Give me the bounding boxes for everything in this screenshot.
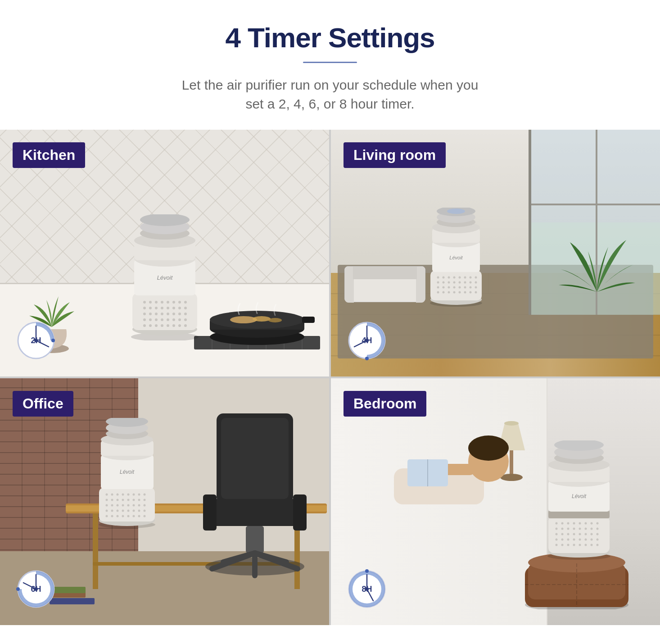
svg-point-181 — [116, 510, 118, 512]
svg-point-175 — [127, 504, 129, 507]
svg-point-172 — [111, 504, 113, 507]
svg-point-25 — [172, 313, 175, 315]
bedroom-label: Bedroom — [344, 391, 426, 417]
svg-point-113 — [453, 291, 455, 294]
room-cell-living: Lévoit Living room — [331, 130, 660, 376]
svg-point-250 — [567, 533, 570, 535]
svg-point-174 — [122, 504, 124, 507]
svg-point-163 — [105, 499, 108, 501]
svg-point-191 — [127, 515, 129, 517]
svg-point-160 — [132, 494, 135, 496]
svg-point-252 — [579, 533, 581, 535]
svg-point-14 — [155, 307, 158, 309]
svg-point-166 — [122, 499, 124, 501]
svg-point-100 — [469, 281, 471, 284]
svg-point-107 — [464, 286, 466, 289]
svg-point-42 — [178, 324, 181, 327]
svg-point-114 — [458, 291, 461, 294]
svg-point-242 — [567, 528, 570, 530]
svg-point-179 — [105, 510, 108, 512]
svg-point-5 — [149, 301, 152, 304]
room-grid: Lévoit — [0, 130, 660, 625]
svg-point-155 — [105, 494, 108, 496]
svg-point-9 — [172, 301, 175, 304]
svg-point-259 — [573, 539, 575, 541]
svg-point-57 — [230, 316, 257, 323]
svg-point-241 — [561, 528, 564, 530]
svg-point-162 — [143, 494, 145, 496]
svg-point-101 — [475, 281, 477, 284]
room-cell-office: Lévoit Office — [0, 378, 329, 625]
svg-point-110 — [437, 291, 439, 294]
svg-point-19 — [184, 307, 187, 309]
svg-point-58 — [253, 316, 271, 322]
svg-point-193 — [138, 515, 140, 517]
svg-rect-205 — [50, 598, 95, 604]
svg-point-93 — [475, 277, 477, 279]
svg-point-192 — [132, 515, 135, 517]
svg-point-28 — [143, 318, 146, 321]
svg-point-254 — [591, 533, 593, 535]
svg-point-187 — [105, 515, 108, 517]
title-divider — [303, 62, 357, 63]
svg-point-105 — [453, 286, 455, 289]
svg-point-23 — [161, 313, 163, 315]
svg-point-168 — [132, 499, 135, 501]
svg-point-7 — [161, 301, 163, 304]
header-section: 4 Timer Settings Let the air purifier ru… — [0, 0, 660, 130]
svg-point-115 — [464, 291, 466, 294]
svg-point-238 — [591, 522, 593, 525]
svg-point-90 — [458, 277, 461, 279]
svg-point-183 — [127, 510, 129, 512]
svg-point-271 — [597, 544, 599, 546]
kitchen-pan — [208, 292, 316, 346]
svg-point-43 — [184, 324, 187, 327]
svg-text:Lévoit: Lévoit — [572, 493, 587, 499]
svg-point-248 — [556, 533, 558, 535]
svg-point-247 — [597, 528, 599, 530]
svg-point-182 — [122, 510, 124, 512]
svg-point-261 — [585, 539, 587, 541]
svg-point-40 — [167, 324, 169, 327]
living-sofa — [344, 266, 425, 302]
svg-point-37 — [149, 324, 152, 327]
svg-point-17 — [172, 307, 175, 309]
room-cell-kitchen: Lévoit — [0, 130, 329, 376]
svg-point-234 — [567, 522, 570, 525]
svg-point-133 — [365, 357, 369, 360]
svg-point-158 — [122, 494, 124, 496]
page-wrapper: 4 Timer Settings Let the air purifier ru… — [0, 0, 660, 625]
svg-point-26 — [178, 313, 181, 315]
svg-rect-56 — [302, 317, 315, 323]
svg-point-176 — [132, 504, 135, 507]
svg-point-87 — [442, 277, 444, 279]
svg-point-11 — [184, 301, 187, 304]
svg-point-41 — [172, 324, 175, 327]
svg-point-232 — [556, 522, 558, 525]
svg-point-257 — [561, 539, 564, 541]
svg-point-21 — [149, 313, 152, 315]
svg-point-24 — [167, 313, 169, 315]
svg-point-109 — [475, 286, 477, 289]
svg-point-27 — [184, 313, 187, 315]
svg-point-12 — [143, 307, 146, 309]
svg-point-239 — [597, 522, 599, 525]
bedroom-purifier: Lévoit — [541, 440, 617, 560]
svg-point-171 — [105, 504, 108, 507]
svg-point-266 — [567, 544, 570, 546]
svg-point-33 — [172, 318, 175, 321]
svg-point-246 — [591, 528, 593, 530]
svg-point-108 — [469, 286, 471, 289]
svg-point-102 — [437, 286, 439, 289]
svg-point-258 — [567, 539, 570, 541]
page-title: 4 Timer Settings — [9, 22, 651, 54]
svg-rect-142 — [208, 499, 302, 526]
svg-rect-144 — [293, 494, 307, 531]
svg-text:Lévoit: Lévoit — [120, 469, 135, 475]
svg-point-94 — [437, 281, 439, 284]
svg-point-237 — [585, 522, 587, 525]
svg-point-15 — [161, 307, 163, 309]
svg-point-235 — [573, 522, 575, 525]
svg-point-170 — [143, 499, 145, 501]
svg-point-86 — [437, 277, 439, 279]
